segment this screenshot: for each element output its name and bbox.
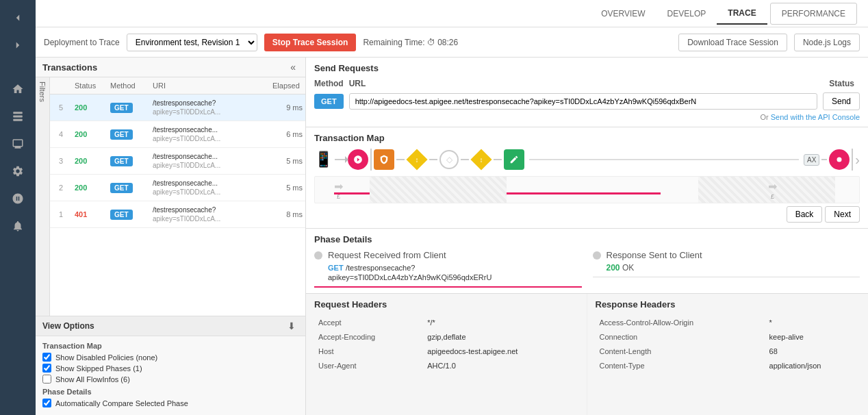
- sidebar: [0, 0, 36, 415]
- method-badge[interactable]: GET: [110, 156, 133, 166]
- table-row[interactable]: 5 200 GET /testresponsecache? apikey=sTI…: [50, 95, 305, 121]
- transaction-map-section: Transaction Map 📱: [306, 127, 868, 229]
- sidebar-monitor-icon[interactable]: [4, 131, 31, 156]
- deployment-select[interactable]: Environment test, Revision 1: [127, 34, 257, 51]
- sidebar-expand-icon[interactable]: [4, 33, 31, 58]
- sidebar-collapse-icon[interactable]: [4, 5, 31, 30]
- nodejs-logs-button[interactable]: Node.js Logs: [794, 34, 860, 51]
- transaction-map-title: Transaction Map: [314, 133, 860, 143]
- req-header-encoding-name: Accept-Encoding: [316, 331, 423, 344]
- request-headers-col: Request Headers Accept */* Accept-Encodi…: [306, 294, 587, 415]
- policy-pink-circle[interactable]: [348, 149, 368, 170]
- request-headers-table: Accept */* Accept-Encoding gzip,deflate …: [314, 315, 578, 374]
- show-skipped-checkbox[interactable]: [42, 364, 51, 373]
- filters-sidebar[interactable]: Filters: [36, 77, 50, 316]
- request-header-row: User-Agent AHC/1.0: [316, 360, 577, 373]
- stop-trace-button[interactable]: Stop Trace Session: [264, 34, 357, 51]
- show-disabled-checkbox[interactable]: [42, 353, 51, 362]
- view-options-collapse-button[interactable]: ⬇: [285, 320, 298, 331]
- response-header-row: Connection keep-alive: [597, 331, 859, 344]
- nav-overview[interactable]: OVERVIEW: [590, 3, 656, 24]
- nav-trace[interactable]: TRACE: [717, 3, 767, 25]
- sidebar-home-icon[interactable]: [4, 77, 31, 101]
- method-badge[interactable]: GET: [110, 183, 133, 193]
- status-col-label: Status: [829, 79, 854, 88]
- phase-row: Request Received from Client GET /testre…: [314, 250, 860, 288]
- nav-develop[interactable]: DEVELOP: [656, 3, 717, 24]
- response-phase-name: Response Sent to Client: [607, 250, 702, 260]
- auto-compare-checkbox[interactable]: [42, 399, 51, 407]
- res-header-len-name: Content-Length: [597, 345, 765, 358]
- table-row[interactable]: 3 200 GET /testresponsecache... apikey=s…: [50, 148, 305, 175]
- show-disabled-label: Show Disabled Policies (none): [55, 353, 157, 362]
- right-panel: Send Requests Method URL Status GET Send…: [306, 58, 868, 415]
- row-uri: /testresponsecache... apikey=sTI0DDxLcA.…: [150, 177, 270, 198]
- row-uri: /testresponsecache? apikey=sTI0DDxLcA...: [150, 97, 270, 118]
- res-header-cors-value: *: [767, 316, 858, 329]
- flow-arrow-1: [335, 159, 346, 160]
- table-row[interactable]: 2 200 GET /testresponsecache... apikey=s…: [50, 175, 305, 201]
- response-header-row: Access-Control-Allow-Origin *: [597, 316, 859, 329]
- sidebar-settings-icon[interactable]: [4, 159, 31, 184]
- policy-yellow-diamond-2[interactable]: ↕: [471, 149, 492, 170]
- svg-rect-1: [13, 116, 23, 118]
- request-phase-info: Request Received from Client GET /testre…: [328, 250, 492, 282]
- phase-gray-divider: [593, 277, 860, 277]
- row-method: GET: [107, 128, 150, 141]
- sidebar-apis-icon[interactable]: [4, 104, 31, 129]
- show-all-flow-label: Show All FlowInfos (6): [55, 375, 130, 383]
- flow-backend-line: [529, 159, 799, 160]
- transactions-panel: Transactions « Filters Status Method: [36, 58, 306, 415]
- sidebar-notify-icon[interactable]: [4, 214, 31, 238]
- request-header-row: Accept-Encoding gzip,deflate: [316, 331, 577, 344]
- row-method: GET: [107, 208, 150, 221]
- row-status: 200: [72, 155, 107, 166]
- api-console-link[interactable]: Send with the API Console: [771, 113, 860, 121]
- response-status-text: OK: [622, 263, 634, 273]
- policy-teal-edit[interactable]: [504, 149, 524, 170]
- back-button[interactable]: Back: [787, 206, 823, 223]
- request-header-row: Host apigeedocs-test.apigee.net: [316, 345, 577, 358]
- collapse-transactions-button[interactable]: «: [288, 62, 298, 73]
- flow-arrow-3: [429, 159, 437, 160]
- url-input[interactable]: [349, 93, 817, 110]
- policy-gray-circle[interactable]: ◇: [439, 150, 459, 169]
- row-status: 200: [72, 182, 107, 193]
- policy-return-pink[interactable]: [829, 149, 850, 170]
- method-badge[interactable]: GET: [110, 103, 133, 113]
- row-elapsed: 5 ms: [270, 182, 305, 193]
- nav-performance[interactable]: PERFORMANCE: [770, 3, 857, 25]
- policy-orange-square[interactable]: [374, 149, 394, 170]
- view-options-body: Transaction Map Show Disabled Policies (…: [36, 336, 305, 415]
- method-badge[interactable]: GET: [110, 129, 133, 140]
- auto-compare-label: Automatically Compare Selected Phase: [55, 399, 188, 407]
- show-all-flow-row: Show All FlowInfos (6): [42, 375, 298, 383]
- show-all-flow-checkbox[interactable]: [42, 375, 51, 383]
- table-row[interactable]: 1 401 GET /testresponsecache? apikey=sTI…: [50, 201, 305, 228]
- res-header-conn-value: keep-alive: [767, 331, 858, 344]
- transactions-title: Transactions: [42, 62, 97, 73]
- view-options-header[interactable]: View Options ⬇: [36, 316, 305, 336]
- download-trace-button[interactable]: Download Trace Session: [678, 34, 787, 51]
- req-header-agent-value: AHC/1.0: [424, 360, 576, 373]
- sidebar-publish-icon[interactable]: [4, 186, 31, 211]
- flow-arrow-2: [396, 159, 405, 160]
- get-method-button[interactable]: GET: [314, 94, 344, 109]
- row-uri: /testresponsecache... apikey=sTI0DDxLcA.…: [150, 151, 270, 171]
- send-button[interactable]: Send: [823, 92, 860, 110]
- method-badge[interactable]: GET: [110, 210, 133, 220]
- flow-scroll-right[interactable]: ›: [855, 152, 860, 168]
- response-phase-dot: [593, 251, 601, 260]
- res-header-type-name: Content-Type: [597, 360, 765, 373]
- method-col-label: Method: [314, 79, 344, 88]
- next-button[interactable]: Next: [825, 206, 860, 223]
- response-status-code: 200: [607, 263, 620, 273]
- send-row: GET Send: [314, 92, 860, 110]
- row-method: GET: [107, 101, 150, 114]
- show-disabled-row: Show Disabled Policies (none): [42, 353, 298, 362]
- request-headers-title: Request Headers: [314, 299, 578, 310]
- policy-yellow-diamond[interactable]: ↕: [407, 149, 427, 170]
- row-status: 401: [72, 209, 107, 220]
- response-header-row: Content-Type application/json: [597, 360, 859, 373]
- table-row[interactable]: 4 200 GET /testresponsecache... apikey=s…: [50, 121, 305, 148]
